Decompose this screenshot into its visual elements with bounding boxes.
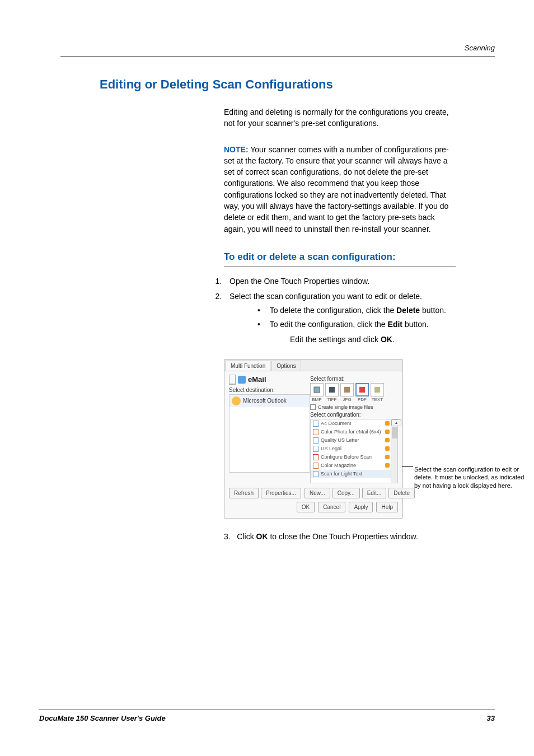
config-item[interactable]: A4 Document: [311, 419, 397, 428]
step-2a-bold: Delete: [396, 306, 420, 315]
select-configuration-label: Select configuration:: [310, 412, 398, 418]
step-2b-post: button.: [402, 320, 429, 329]
svg-rect-3: [359, 387, 365, 393]
config-label: US Legal: [321, 446, 341, 451]
lock-icon: [385, 463, 390, 468]
config-item[interactable]: US Legal: [311, 445, 397, 453]
format-bmp-label: BMP: [312, 397, 321, 402]
step-2b2-pre: Edit the settings and click: [290, 335, 381, 344]
new-button[interactable]: New...: [305, 488, 330, 498]
note-paragraph: NOTE: Your scanner comes with a number o…: [224, 144, 456, 235]
copy-button[interactable]: Copy...: [332, 488, 360, 498]
format-text-label: TEXT: [372, 397, 383, 402]
config-item[interactable]: Configure Before Scan: [311, 453, 397, 461]
tab-multi-function[interactable]: Multi Function: [226, 361, 270, 371]
intro-paragraph: Editing and deleting is normally for the…: [224, 106, 456, 129]
delete-button[interactable]: Delete: [388, 488, 415, 498]
lock-icon: [385, 455, 390, 459]
step-2: Select the scan configuration you want t…: [224, 291, 456, 346]
select-destination-label: Select destination:: [229, 387, 310, 393]
destination-item-outlook[interactable]: Microsoft Outlook: [229, 395, 310, 407]
format-text[interactable]: TEXT: [371, 383, 384, 402]
cancel-button[interactable]: Cancel: [318, 502, 345, 512]
checkbox-icon: [310, 404, 316, 410]
header-rule: [60, 56, 495, 57]
edit-button[interactable]: Edit...: [362, 488, 387, 498]
dialog-area: Multi Function Options eMail Select dest…: [224, 359, 495, 519]
step-2a-pre: To delete the configuration, click the: [270, 306, 396, 315]
tab-options[interactable]: Options: [271, 361, 301, 371]
section-header: Scanning: [465, 44, 495, 52]
destination-list[interactable]: Microsoft Outlook: [229, 394, 310, 473]
step-3-bold: OK: [256, 532, 268, 541]
config-label: Configure Before Scan: [321, 454, 372, 460]
config-label: Color Magazine: [321, 463, 356, 468]
one-touch-dialog: Multi Function Options eMail Select dest…: [224, 359, 403, 519]
help-button[interactable]: Help: [376, 502, 398, 512]
lock-icon: [385, 430, 390, 434]
scrollbar[interactable]: ▴: [391, 419, 397, 483]
apply-button[interactable]: Apply: [349, 502, 373, 512]
refresh-button[interactable]: Refresh: [229, 488, 259, 498]
format-tiff-label: TIFF: [327, 397, 337, 402]
format-bmp[interactable]: BMP: [310, 383, 324, 402]
config-item[interactable]: Quality US Letter: [311, 436, 397, 445]
callout-text: Select the scan configuration to edit or…: [414, 465, 526, 489]
configuration-list[interactable]: ▴ A4 Document Color Photo for eMail (6x4…: [310, 419, 398, 483]
format-jpg-label: JPG: [343, 397, 352, 402]
config-item[interactable]: Color Photo for eMail (6x4): [311, 428, 397, 436]
format-jpg[interactable]: JPG: [340, 383, 354, 402]
ok-button[interactable]: OK: [297, 502, 315, 512]
function-selector[interactable]: eMail: [229, 375, 310, 385]
config-label: Color Photo for eMail (6x4): [321, 429, 381, 435]
step-2b-pre: To edit the configuration, click the: [270, 320, 388, 329]
lock-icon: [385, 421, 390, 426]
footer-rule: [39, 710, 495, 710]
outlook-icon: [232, 396, 241, 405]
format-tiff[interactable]: TIFF: [325, 383, 339, 402]
footer: DocuMate 150 Scanner User's Guide 33: [39, 714, 495, 722]
lock-icon: [385, 438, 390, 442]
spinner[interactable]: [229, 375, 236, 385]
step-2-text: Select the scan configuration you want t…: [229, 292, 422, 301]
step-2a: To delete the configuration, click the D…: [252, 305, 456, 316]
config-label: Quality US Letter: [321, 437, 359, 443]
config-label: Scan for Light Text: [321, 471, 362, 477]
step-1: Open the One Touch Properties window.: [224, 276, 456, 287]
config-item-selected[interactable]: Scan for Light Text: [311, 470, 397, 478]
note-text: Your scanner comes with a number of conf…: [224, 145, 449, 234]
step-2b-sub: Edit the settings and click OK.: [290, 334, 456, 346]
config-item[interactable]: Color Magazine: [311, 461, 397, 470]
create-single-checkbox[interactable]: Create single image files: [310, 404, 398, 410]
note-label: NOTE:: [224, 145, 249, 154]
step-3-post: to close the One Touch Properties window…: [268, 532, 418, 541]
email-icon: [238, 376, 246, 384]
step-2a-post: button.: [420, 306, 446, 315]
svg-rect-4: [374, 387, 380, 393]
subheading: To edit or delete a scan configuration:: [224, 251, 456, 267]
function-label: eMail: [248, 375, 266, 384]
footer-left: DocuMate 150 Scanner User's Guide: [39, 714, 166, 722]
footer-page-number: 33: [487, 714, 495, 722]
step-3-pre: Click: [237, 532, 256, 541]
svg-rect-1: [329, 387, 335, 393]
page-title: Editing or Deleting Scan Configurations: [100, 77, 495, 92]
scroll-thumb[interactable]: [392, 427, 397, 438]
lock-icon: [385, 446, 390, 451]
callout-leader-line: [402, 466, 413, 467]
step-3: 3. Click OK to close the One Touch Prope…: [224, 532, 456, 541]
create-single-label: Create single image files: [318, 404, 373, 410]
format-pdf-label: PDF: [358, 397, 367, 402]
config-label: A4 Document: [321, 421, 352, 426]
step-2b2-bold: OK: [381, 335, 392, 344]
format-pdf[interactable]: PDF: [355, 383, 369, 402]
svg-rect-2: [344, 387, 350, 393]
properties-button[interactable]: Properties...: [261, 488, 301, 498]
step-2b: To edit the configuration, click the Edi…: [252, 319, 456, 346]
step-2b2-post: .: [392, 335, 395, 344]
destination-item-label: Microsoft Outlook: [243, 398, 287, 404]
step-2b-bold: Edit: [388, 320, 402, 329]
scroll-up-icon[interactable]: ▴: [391, 419, 401, 426]
select-format-label: Select format:: [310, 376, 398, 382]
steps-list: Open the One Touch Properties window. Se…: [224, 276, 456, 346]
